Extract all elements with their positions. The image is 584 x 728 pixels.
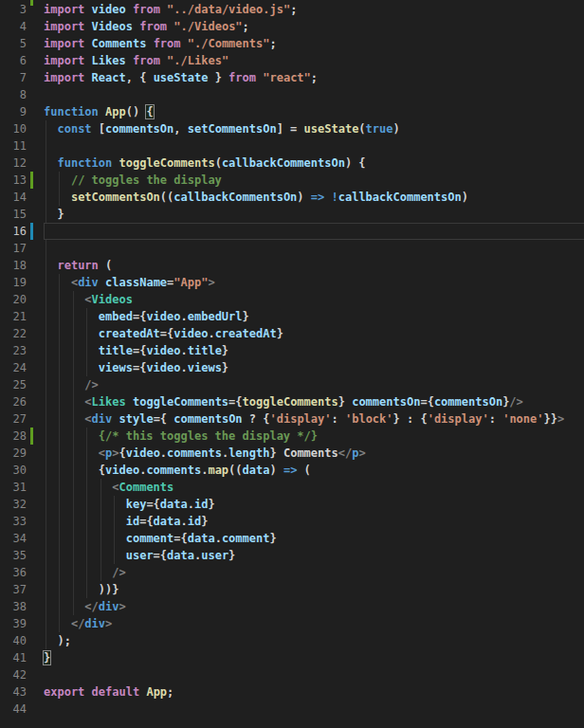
line-number[interactable]: 16: [0, 223, 27, 240]
code-line[interactable]: 30 {video.comments.map((data) => (: [0, 462, 584, 479]
code-line[interactable]: 17: [0, 240, 584, 257]
code-line[interactable]: 15 }: [0, 206, 584, 223]
code-line[interactable]: 18 return (: [0, 257, 584, 274]
line-number[interactable]: 23: [0, 342, 27, 359]
code-line[interactable]: 26 <Likes toggleComments={toggleComments…: [0, 393, 584, 410]
code-line-content: import React, { useState } from "react";: [44, 69, 318, 86]
line-number[interactable]: 6: [0, 52, 27, 69]
line-number[interactable]: 40: [0, 632, 27, 649]
line-number[interactable]: 13: [0, 172, 27, 189]
code-line[interactable]: 24 views={video.views}: [0, 359, 584, 376]
line-number[interactable]: 12: [0, 155, 27, 172]
code-line[interactable]: 8: [0, 86, 584, 103]
line-number[interactable]: 27: [0, 410, 27, 428]
git-added-indicator: [30, 172, 33, 189]
line-number[interactable]: 9: [0, 103, 27, 120]
line-number[interactable]: 30: [0, 462, 27, 479]
code-line[interactable]: 10 const [commentsOn, setCommentsOn] = u…: [0, 120, 584, 137]
code-line[interactable]: 14 setCommentsOn((callbackCommentsOn) =>…: [0, 189, 584, 206]
line-number[interactable]: 18: [0, 257, 27, 274]
code-line[interactable]: 20 <Videos: [0, 291, 584, 308]
line-number[interactable]: 42: [0, 666, 27, 683]
line-number[interactable]: 37: [0, 581, 27, 598]
code-token: ;: [269, 37, 276, 50]
line-number[interactable]: 3: [0, 1, 27, 18]
code-line[interactable]: 44: [0, 701, 584, 718]
code-line[interactable]: 40 );: [0, 632, 584, 649]
line-number[interactable]: 24: [0, 359, 27, 376]
line-number[interactable]: 39: [0, 615, 27, 632]
line-number[interactable]: 20: [0, 291, 27, 308]
line-number[interactable]: 22: [0, 325, 27, 342]
code-token: }: [201, 515, 208, 528]
line-number[interactable]: 11: [0, 137, 27, 155]
code-line[interactable]: 12 function toggleComments(callbackComme…: [0, 155, 584, 172]
code-line[interactable]: 36 />: [0, 564, 584, 581]
line-number[interactable]: 44: [0, 701, 27, 718]
code-line[interactable]: 39 </div>: [0, 615, 584, 632]
line-number[interactable]: 5: [0, 35, 27, 52]
code-token: >: [557, 412, 564, 426]
line-number[interactable]: 32: [0, 496, 27, 513]
line-number[interactable]: 8: [0, 86, 27, 103]
code-line[interactable]: 31 <Comments: [0, 479, 584, 496]
code-line[interactable]: 33 id={data.id}: [0, 513, 584, 530]
code-token: >: [358, 446, 365, 460]
code-token: createdAt: [215, 327, 277, 340]
code-line[interactable]: 32 key={data.id}: [0, 496, 584, 513]
code-line[interactable]: 28 {/* this toggles the display */}: [0, 428, 584, 445]
code-line[interactable]: 19 <div className="App">: [0, 274, 584, 291]
line-number[interactable]: 10: [0, 120, 27, 137]
line-number[interactable]: 31: [0, 479, 27, 496]
code-line[interactable]: 43export default App;: [0, 683, 584, 701]
code-line[interactable]: 13 // toggles the display: [0, 172, 584, 189]
line-number[interactable]: 33: [0, 513, 27, 530]
code-token: ={: [133, 310, 146, 323]
code-line[interactable]: 23 title={video.title}: [0, 342, 584, 359]
code-line[interactable]: 34 comment={data.comment}: [0, 530, 584, 547]
line-number[interactable]: 25: [0, 376, 27, 393]
code-token: embed: [99, 310, 133, 323]
line-number[interactable]: 14: [0, 189, 27, 206]
code-token: ;: [167, 685, 173, 699]
code-editor[interactable]: 3import video from "../data/video.js";4i…: [0, 0, 584, 728]
line-number[interactable]: 26: [0, 393, 27, 410]
line-number[interactable]: 21: [0, 308, 27, 325]
line-number[interactable]: 36: [0, 564, 27, 581]
line-number[interactable]: 38: [0, 598, 27, 615]
line-number[interactable]: 19: [0, 274, 27, 291]
line-number[interactable]: 4: [0, 18, 27, 35]
line-number[interactable]: 35: [0, 547, 27, 564]
code-line[interactable]: 3import video from "../data/video.js";: [0, 1, 584, 18]
code-line[interactable]: 42: [0, 666, 584, 683]
line-number[interactable]: 29: [0, 445, 27, 462]
code-line[interactable]: 41}: [0, 649, 584, 666]
code-line[interactable]: 5import Comments from "./Comments";: [0, 35, 584, 52]
code-line[interactable]: 4import Videos from "./Videos";: [0, 18, 584, 35]
line-number[interactable]: 15: [0, 206, 27, 223]
code-line[interactable]: 22 createdAt={video.createdAt}: [0, 325, 584, 342]
line-number[interactable]: 41: [0, 649, 27, 666]
line-number[interactable]: 7: [0, 69, 27, 86]
code-line[interactable]: 27 <div style={ commentsOn ? {'display':…: [0, 410, 584, 428]
line-number[interactable]: 43: [0, 683, 27, 701]
code-line[interactable]: 6import Likes from "./Likes": [0, 52, 584, 69]
line-number[interactable]: 28: [0, 428, 27, 445]
code-line[interactable]: 25 />: [0, 376, 584, 393]
line-number[interactable]: 17: [0, 240, 27, 257]
code-line[interactable]: 35 user={data.user}: [0, 547, 584, 564]
code-line[interactable]: 21 embed={video.embedUrl}: [0, 308, 584, 325]
line-number[interactable]: 34: [0, 530, 27, 547]
code-line-content: import Likes from "./Likes": [44, 52, 228, 69]
code-line[interactable]: 16: [0, 223, 584, 240]
code-line[interactable]: 38 </div>: [0, 598, 584, 615]
code-line[interactable]: 11: [0, 137, 584, 155]
code-token: [84, 71, 91, 84]
code-token: id: [126, 515, 139, 528]
code-token: .: [181, 310, 188, 323]
code-line[interactable]: 37 ))}: [0, 581, 584, 598]
code-token: user: [126, 549, 154, 562]
code-line[interactable]: 7import React, { useState } from "react"…: [0, 69, 584, 86]
code-line[interactable]: 29 <p>{video.comments.length} Comments</…: [0, 445, 584, 462]
code-line[interactable]: 9function App() {: [0, 103, 584, 120]
